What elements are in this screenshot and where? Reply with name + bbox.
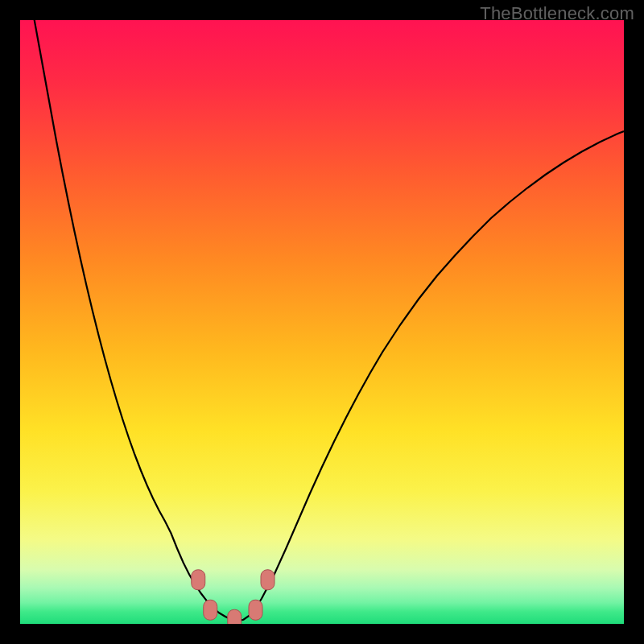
curve-marker [192,570,205,590]
curve-marker [204,600,217,620]
watermark-text: TheBottleneck.com [480,3,634,24]
chart-plot-area [20,20,624,624]
curve-marker [228,609,242,624]
curve-marker [249,600,262,620]
chart-frame: TheBottleneck.com [0,0,644,644]
chart-svg [20,20,624,624]
curve-marker [261,570,275,590]
gradient-background [20,20,624,624]
